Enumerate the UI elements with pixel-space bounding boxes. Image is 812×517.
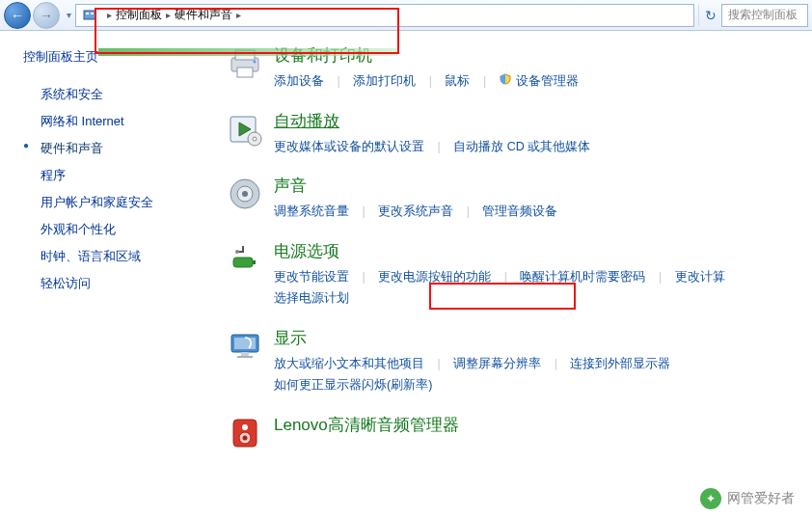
- svg-rect-18: [234, 338, 256, 349]
- divider: |: [437, 357, 440, 370]
- link-add-printer[interactable]: 添加打印机: [353, 74, 416, 88]
- link-require-password-wake[interactable]: 唤醒计算机时需要密码: [520, 270, 645, 284]
- link-add-device[interactable]: 添加设备: [274, 74, 324, 88]
- svg-point-10: [253, 137, 257, 141]
- category-title-devices[interactable]: 设备和打印机: [274, 44, 812, 67]
- link-autoplay-cd[interactable]: 自动播放 CD 或其他媒体: [453, 140, 590, 153]
- svg-point-6: [254, 61, 257, 64]
- divider: |: [483, 74, 486, 88]
- divider: |: [337, 74, 339, 88]
- back-arrow-icon: ←: [11, 8, 24, 23]
- control-panel-home-link[interactable]: 控制面板主页: [23, 48, 222, 66]
- link-change-system-sounds[interactable]: 更改系统声音: [378, 204, 453, 218]
- breadcrumb-sep: ▸: [166, 10, 171, 20]
- link-mouse[interactable]: 鼠标: [445, 74, 470, 88]
- svg-rect-5: [237, 68, 253, 77]
- speaker-icon: [222, 175, 268, 221]
- wechat-icon: ✦: [700, 488, 721, 509]
- category-title-lenovo-audio[interactable]: Lenovo高清晰音频管理器: [274, 414, 812, 436]
- link-change-power-button[interactable]: 更改电源按钮的功能: [378, 270, 491, 284]
- lenovo-audio-icon: [222, 414, 268, 460]
- search-input[interactable]: 搜索控制面板: [721, 4, 808, 27]
- category-links-row2: 选择电源计划: [274, 287, 812, 310]
- link-choose-power-plan[interactable]: 选择电源计划: [274, 291, 349, 305]
- sidebar-item-ease-of-access[interactable]: 轻松访问: [23, 270, 222, 297]
- sidebar-item-hardware-sound[interactable]: 硬件和声音: [23, 135, 222, 162]
- category-links: 更改节能设置 | 更改电源按钮的功能 | 唤醒计算机时需要密码 | 更改计算: [274, 266, 812, 288]
- svg-rect-20: [237, 356, 253, 358]
- display-icon: [222, 327, 268, 373]
- refresh-button[interactable]: ↻: [698, 5, 721, 26]
- sidebar-item-appearance[interactable]: 外观和个性化: [23, 216, 222, 243]
- shield-icon: [500, 70, 511, 93]
- category-title-power[interactable]: 电源选项: [274, 240, 812, 262]
- link-device-manager[interactable]: 设备管理器: [516, 74, 579, 88]
- forward-button[interactable]: →: [33, 2, 60, 29]
- link-adjust-volume[interactable]: 调整系统音量: [274, 204, 349, 218]
- sidebar-item-network-internet[interactable]: 网络和 Internet: [23, 108, 222, 135]
- link-screen-resolution[interactable]: 调整屏幕分辨率: [453, 357, 541, 370]
- link-change-default-media[interactable]: 更改媒体或设备的默认设置: [274, 140, 424, 153]
- category-links: 更改媒体或设备的默认设置 | 自动播放 CD 或其他媒体: [274, 136, 812, 158]
- address-bar[interactable]: ▸ 控制面板 ▸ 硬件和声音 ▸: [75, 4, 694, 27]
- category-title-sound[interactable]: 声音: [274, 175, 812, 197]
- printer-icon: [222, 44, 268, 91]
- chevron-down-icon: ▾: [67, 10, 71, 20]
- sidebar-item-programs[interactable]: 程序: [23, 162, 222, 189]
- svg-rect-2: [91, 13, 94, 14]
- svg-point-24: [243, 435, 248, 440]
- link-fix-flicker[interactable]: 如何更正显示器闪烁(刷新率): [274, 378, 432, 392]
- control-panel-icon: [82, 8, 97, 23]
- link-connect-external[interactable]: 连接到外部显示器: [570, 357, 670, 370]
- divider: |: [504, 270, 507, 284]
- link-change-compute-truncated[interactable]: 更改计算: [675, 270, 725, 284]
- divider: |: [362, 270, 365, 284]
- category-links: 调整系统音量 | 更改系统声音 | 管理音频设备: [274, 201, 812, 223]
- breadcrumb-item-control-panel[interactable]: 控制面板: [116, 7, 162, 23]
- link-change-energy-saving[interactable]: 更改节能设置: [274, 270, 349, 284]
- category-display: 显示 放大或缩小文本和其他项目 | 调整屏幕分辨率 | 连接到外部显示器 如何更…: [222, 327, 812, 396]
- back-button[interactable]: ←: [4, 2, 31, 29]
- svg-point-22: [242, 424, 248, 430]
- watermark-text: 网管爱好者: [727, 490, 795, 507]
- link-manage-audio-devices[interactable]: 管理音频设备: [482, 204, 557, 218]
- sidebar: 控制面板主页 系统和安全 网络和 Internet 硬件和声音 程序 用户帐户和…: [0, 31, 222, 517]
- category-sound: 声音 调整系统音量 | 更改系统声音 | 管理音频设备: [222, 175, 812, 223]
- breadcrumb-item-hardware-sound[interactable]: 硬件和声音: [175, 7, 232, 23]
- window-navbar: ← → ▾ ▸ 控制面板 ▸ 硬件和声音 ▸ ↻ 搜索控制面板: [0, 0, 812, 31]
- category-title-autoplay[interactable]: 自动播放: [274, 110, 812, 132]
- breadcrumb-sep: ▸: [236, 10, 241, 20]
- sidebar-item-user-accounts[interactable]: 用户帐户和家庭安全: [23, 189, 222, 216]
- breadcrumb-sep: ▸: [107, 10, 112, 20]
- divider: |: [437, 140, 440, 153]
- divider: |: [467, 204, 470, 218]
- divider: |: [555, 357, 557, 370]
- divider: |: [362, 204, 365, 218]
- nav-history-dropdown[interactable]: ▾: [62, 2, 75, 29]
- refresh-icon: ↻: [705, 8, 717, 23]
- sidebar-item-system-security[interactable]: 系统和安全: [23, 81, 222, 108]
- category-links-row2: 如何更正显示器闪烁(刷新率): [274, 374, 812, 396]
- body-area: 控制面板主页 系统和安全 网络和 Internet 硬件和声音 程序 用户帐户和…: [0, 31, 812, 517]
- category-devices-printers: 设备和打印机 添加设备 | 添加打印机 | 鼠标 | 设备管理器: [222, 44, 812, 93]
- category-links: 添加设备 | 添加打印机 | 鼠标 | 设备管理器: [274, 70, 812, 93]
- category-title-display[interactable]: 显示: [274, 327, 812, 349]
- autoplay-icon: [222, 110, 268, 156]
- watermark: ✦ 网管爱好者: [700, 488, 795, 509]
- svg-point-16: [235, 250, 239, 254]
- category-autoplay: 自动播放 更改媒体或设备的默认设置 | 自动播放 CD 或其他媒体: [222, 110, 812, 158]
- divider: |: [429, 74, 432, 88]
- svg-rect-19: [241, 352, 249, 356]
- search-placeholder: 搜索控制面板: [728, 7, 798, 23]
- category-links: 放大或缩小文本和其他项目 | 调整屏幕分辨率 | 连接到外部显示器: [274, 353, 812, 375]
- sidebar-item-clock-language[interactable]: 时钟、语言和区域: [23, 243, 222, 270]
- svg-rect-15: [253, 260, 256, 264]
- forward-arrow-icon: →: [40, 8, 53, 23]
- svg-point-13: [242, 191, 248, 197]
- sidebar-list: 系统和安全 网络和 Internet 硬件和声音 程序 用户帐户和家庭安全 外观…: [23, 81, 222, 297]
- svg-rect-1: [86, 13, 89, 14]
- power-icon: [222, 240, 268, 286]
- link-text-size[interactable]: 放大或缩小文本和其他项目: [274, 357, 424, 370]
- category-lenovo-audio: Lenovo高清晰音频管理器: [222, 414, 812, 460]
- svg-rect-4: [235, 50, 255, 60]
